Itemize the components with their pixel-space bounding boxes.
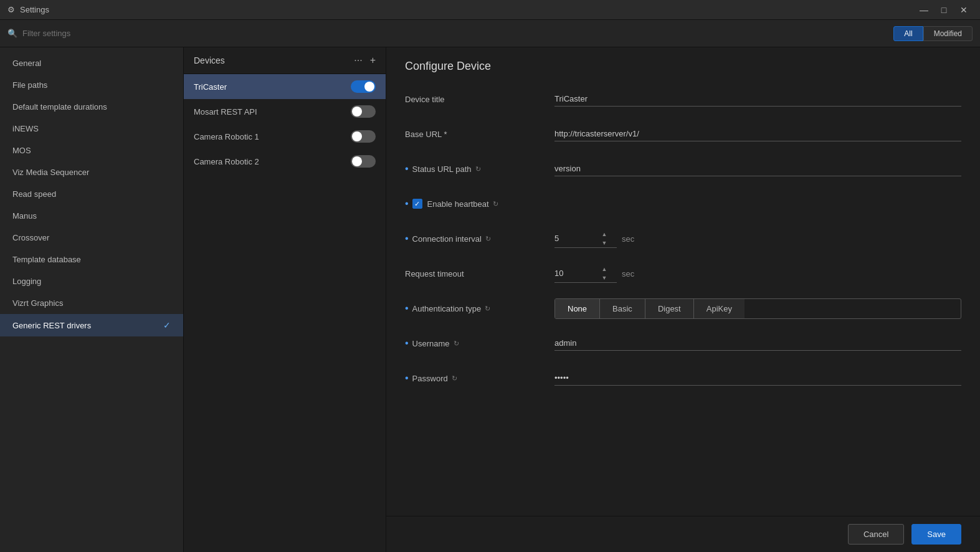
device-title-label: Device title: [405, 95, 554, 104]
base-url-input[interactable]: [554, 126, 961, 141]
enable-heartbeat-row: • ✓ Enable heartbeat ↻: [405, 193, 961, 215]
auth-type-buttons: None Basic Digest ApiKey: [554, 298, 961, 319]
enable-heartbeat-label: • ✓ Enable heartbeat ↻: [405, 198, 554, 209]
connection-interval-unit: sec: [622, 234, 634, 244]
search-input[interactable]: [22, 29, 888, 38]
password-refresh-icon[interactable]: ↻: [452, 374, 457, 383]
save-button[interactable]: Save: [911, 524, 961, 545]
heartbeat-refresh-icon[interactable]: ↻: [493, 200, 498, 208]
filter-modified-button[interactable]: Modified: [923, 26, 973, 41]
auth-btn-apikey[interactable]: ApiKey: [694, 299, 745, 318]
sidebar-item-crossover[interactable]: Crossover: [0, 227, 183, 249]
config-title: Configure Device: [405, 60, 961, 73]
minimize-button[interactable]: —: [915, 4, 933, 16]
auth-type-refresh-icon[interactable]: ↻: [485, 305, 490, 313]
device-tricaster[interactable]: TriCaster: [184, 74, 386, 99]
connection-interval-input-group: ▲ ▼ sec: [554, 230, 961, 248]
heartbeat-checkbox[interactable]: ✓: [412, 199, 422, 209]
active-check-icon: ✓: [163, 320, 171, 330]
auth-btn-digest[interactable]: Digest: [645, 299, 694, 318]
request-timeout-input-group: ▲ ▼ sec: [554, 265, 961, 283]
status-url-refresh-icon[interactable]: ↻: [475, 165, 481, 173]
devices-add-button[interactable]: +: [370, 55, 376, 66]
sidebar-item-viz-media-sequencer[interactable]: Viz Media Sequencer: [0, 161, 183, 183]
base-url-value: [554, 126, 961, 141]
device-title-input[interactable]: [554, 92, 961, 107]
device-title-row: Device title: [405, 88, 961, 110]
sidebar-item-generic-rest-drivers[interactable]: Generic REST drivers ✓: [0, 314, 183, 336]
sidebar-item-template-database[interactable]: Template database: [0, 249, 183, 270]
password-input[interactable]: [554, 371, 961, 386]
password-value: [554, 371, 961, 386]
cancel-button[interactable]: Cancel: [848, 524, 904, 545]
maximize-button[interactable]: □: [935, 4, 953, 16]
sidebar-item-inews[interactable]: iNEWS: [0, 118, 183, 140]
connection-interval-input[interactable]: [554, 230, 598, 247]
device-title-value: [554, 92, 961, 107]
device-camera1-toggle[interactable]: [351, 130, 376, 143]
sidebar-item-mos[interactable]: MOS: [0, 140, 183, 161]
sidebar-item-default-template-durations[interactable]: Default template durations: [0, 96, 183, 118]
connection-interval-down[interactable]: ▼: [598, 239, 611, 247]
username-dot: •: [405, 338, 409, 349]
request-timeout-down[interactable]: ▼: [598, 274, 611, 282]
base-url-label: Base URL *: [405, 130, 554, 139]
close-button[interactable]: ✕: [955, 4, 973, 16]
device-camera-robotic-1[interactable]: Camera Robotic 1: [184, 124, 386, 149]
password-label: • Password ↻: [405, 373, 554, 384]
connection-interval-dot: •: [405, 233, 409, 244]
username-row: • Username ↻: [405, 332, 961, 355]
device-camera-robotic-2[interactable]: Camera Robotic 2: [184, 149, 386, 174]
device-tricaster-label: TriCaster: [194, 82, 227, 92]
status-url-path-row: • Status URL path ↻: [405, 158, 961, 180]
auth-type-label: • Authentication type ↻: [405, 303, 554, 314]
connection-interval-refresh-icon[interactable]: ↻: [485, 235, 491, 243]
sidebar-item-read-speed[interactable]: Read speed: [0, 183, 183, 205]
device-mosart-toggle[interactable]: [351, 105, 376, 118]
device-camera2-label: Camera Robotic 2: [194, 157, 259, 166]
heartbeat-dot: •: [405, 198, 409, 209]
device-mosart-rest-api[interactable]: Mosart REST API: [184, 99, 386, 124]
username-input[interactable]: [554, 336, 961, 351]
auth-type-dot: •: [405, 303, 409, 314]
search-icon: 🔍: [7, 29, 17, 38]
sidebar-item-general[interactable]: General: [0, 52, 183, 74]
request-timeout-unit: sec: [622, 269, 634, 278]
devices-more-button[interactable]: ···: [354, 55, 362, 66]
config-panel: Configure Device Device title Base URL *…: [386, 47, 980, 552]
status-url-path-value: [554, 161, 961, 176]
request-timeout-spinners: ▲ ▼: [598, 265, 611, 282]
connection-interval-spinners: ▲ ▼: [598, 230, 611, 247]
connection-interval-up[interactable]: ▲: [598, 230, 611, 239]
request-timeout-up[interactable]: ▲: [598, 265, 611, 274]
base-url-row: Base URL *: [405, 123, 961, 145]
status-url-path-input[interactable]: [554, 161, 961, 176]
sidebar-item-manus[interactable]: Manus: [0, 205, 183, 227]
request-timeout-row: Request timeout ▲ ▼ sec: [405, 262, 961, 285]
auth-btn-none[interactable]: None: [555, 299, 600, 318]
username-refresh-icon[interactable]: ↻: [454, 340, 459, 348]
title-bar-left: ⚙ Settings: [7, 5, 49, 14]
password-dot: •: [405, 373, 409, 384]
request-timeout-value: ▲ ▼ sec: [554, 265, 961, 283]
device-mosart-label: Mosart REST API: [194, 107, 257, 117]
sidebar-item-vizrt-graphics[interactable]: Vizrt Graphics: [0, 292, 183, 314]
sidebar-item-logging[interactable]: Logging: [0, 270, 183, 292]
devices-title: Devices: [194, 55, 225, 65]
sidebar-item-file-paths[interactable]: File paths: [0, 74, 183, 96]
device-camera1-label: Camera Robotic 1: [194, 132, 259, 141]
auth-btn-basic[interactable]: Basic: [600, 299, 645, 318]
connection-interval-value: ▲ ▼ sec: [554, 230, 961, 248]
title-bar: ⚙ Settings — □ ✕: [0, 0, 980, 20]
connection-interval-wrapper: ▲ ▼: [554, 230, 617, 248]
settings-icon: ⚙: [7, 5, 15, 14]
username-value: [554, 336, 961, 351]
filter-all-button[interactable]: All: [893, 26, 923, 41]
devices-panel: Devices ··· + TriCaster Mosart REST API …: [184, 47, 386, 552]
auth-type-value: None Basic Digest ApiKey: [554, 298, 961, 319]
device-camera2-toggle[interactable]: [351, 155, 376, 168]
request-timeout-input[interactable]: [554, 265, 598, 282]
device-tricaster-toggle[interactable]: [351, 80, 376, 93]
connection-interval-row: • Connection interval ↻ ▲ ▼ sec: [405, 227, 961, 250]
devices-header: Devices ··· +: [184, 47, 386, 74]
